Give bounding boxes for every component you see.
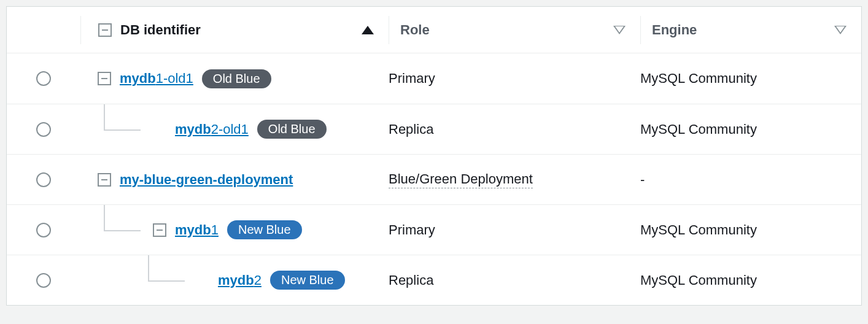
table-header-row: DB identifier Role Engine [7,7,861,53]
role-value: Blue/Green Deployment [389,171,533,188]
expand-toggle-icon[interactable] [153,223,166,237]
row-select-radio[interactable] [36,71,51,86]
filter-icon [613,26,626,34]
expand-toggle-icon[interactable] [98,173,111,187]
table-row: mydb1-old1 Old Blue Primary MySQL Commun… [7,53,861,104]
table-row: mydb1 New Blue Primary MySQL Community [7,204,861,255]
env-badge: Old Blue [202,69,271,88]
sort-ascending-icon [362,26,374,34]
role-value: Replica [389,272,433,288]
tree-lines [98,205,153,255]
engine-value: MySQL Community [640,122,757,137]
db-table: DB identifier Role Engine mydb1-old1 [6,6,862,306]
column-header-engine[interactable]: Engine [640,16,861,44]
tree-lines [98,255,196,306]
table-row: mydb2 New Blue Replica MySQL Community [7,255,861,305]
env-badge: New Blue [270,271,345,290]
row-select-radio[interactable] [36,172,51,187]
env-badge: Old Blue [257,120,327,139]
column-header-db-identifier[interactable]: DB identifier [80,16,389,44]
db-identifier-link[interactable]: mydb2-old1 [175,122,249,137]
db-identifier-link[interactable]: mydb2 [218,272,262,288]
column-label: Engine [652,22,697,38]
role-value: Primary [389,71,435,86]
collapse-all-icon[interactable] [98,23,112,37]
table-body: mydb1-old1 Old Blue Primary MySQL Commun… [7,53,861,305]
db-identifier-link[interactable]: my-blue-green-deployment [120,172,293,188]
column-header-role[interactable]: Role [389,16,640,44]
engine-value: MySQL Community [640,71,757,86]
filter-icon [834,26,847,34]
row-select-radio[interactable] [36,273,51,288]
column-label: DB identifier [120,22,201,38]
row-select-radio[interactable] [36,223,51,237]
column-label: Role [400,22,430,38]
engine-value: MySQL Community [640,272,757,288]
engine-value: MySQL Community [640,222,757,237]
db-identifier-link[interactable]: mydb1 [175,222,219,238]
table-row: mydb2-old1 Old Blue Replica MySQL Commun… [7,104,861,154]
role-value: Replica [389,122,433,137]
env-badge: New Blue [227,220,302,239]
tree-lines [98,104,153,155]
expand-toggle-icon[interactable] [98,72,111,85]
row-select-radio[interactable] [36,122,51,137]
table-row: my-blue-green-deployment Blue/Green Depl… [7,154,861,204]
engine-value: - [640,172,645,187]
db-identifier-link[interactable]: mydb1-old1 [120,71,193,87]
role-value: Primary [389,222,435,237]
